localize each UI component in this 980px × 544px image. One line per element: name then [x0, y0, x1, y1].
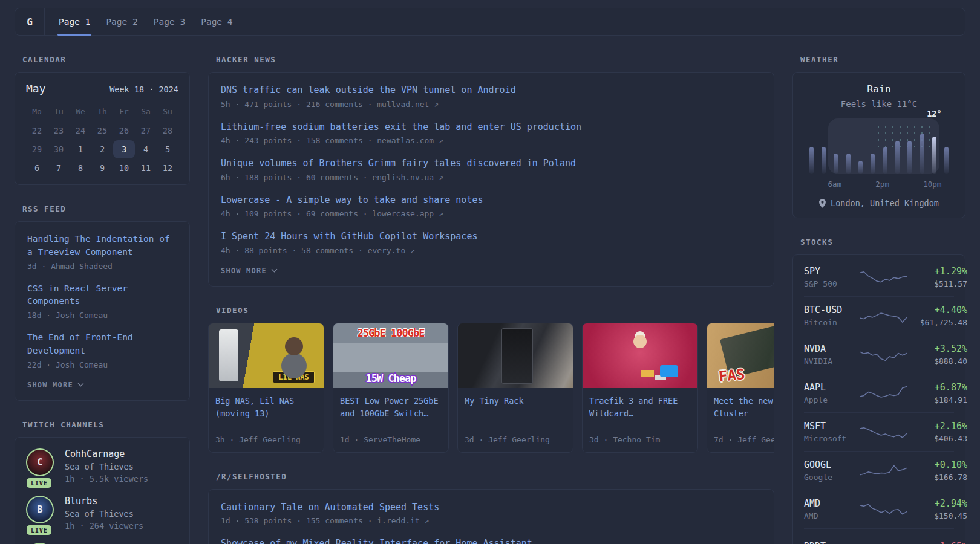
video-title[interactable]: Big NAS, Lil NAS (moving 13) [215, 395, 317, 421]
calendar-section: CALENDAR May Week 18 · 2024 MoTuWeThFrSa… [15, 55, 190, 185]
weather-bar [920, 134, 924, 174]
rss-item-title[interactable]: Handling The Indentation of a Treeview C… [27, 233, 177, 259]
show-more-label: SHOW MORE [27, 381, 73, 389]
thumbnail-label: 15W Cheap [365, 372, 416, 384]
chevron-down-icon [77, 383, 84, 387]
video-thumbnail[interactable]: LIL NAS [209, 323, 324, 388]
twitch-channel-meta: 1h · 5.5k viewers [65, 474, 148, 484]
weather-condition: Rain [805, 83, 953, 95]
calendar-weekday: Sa [135, 102, 157, 121]
weather-hour-label [912, 180, 923, 189]
stocks-section: STOCKS SPY S&P 500 +1.29% $511.57 BTC-US… [792, 238, 965, 544]
video-card: 25GbE 100GbE 15W Cheap BEST Low Power 25… [333, 323, 449, 453]
rss-item-meta: 18d · Josh Comeau [27, 311, 177, 320]
stock-name: Bitcoin [804, 318, 860, 327]
stock-row[interactable]: AMD AMD +2.94% $150.45 [804, 490, 954, 528]
rss-item-title[interactable]: CSS in React Server Components [27, 282, 177, 309]
live-badge: LIVE [27, 478, 51, 488]
stock-change: -1.65% [907, 541, 967, 544]
stock-symbol: AAPL [804, 382, 860, 393]
tab-page-2[interactable]: Page 2 [98, 8, 145, 35]
stock-change: +2.16% [907, 421, 967, 432]
calendar-day: 26 [113, 121, 135, 140]
page-tabs: Page 1 Page 2 Page 3 Page 4 [45, 8, 247, 35]
stock-sparkline [860, 537, 907, 544]
weather-bars: 12° [805, 122, 953, 174]
hn-item-meta[interactable]: 4h · 88 points · 58 comments · every.to … [221, 246, 762, 255]
stock-sparkline [860, 499, 907, 520]
calendar-day: 3 [113, 140, 135, 158]
rss-show-more-button[interactable]: SHOW MORE [27, 381, 177, 389]
weather-bar-slot [879, 122, 891, 174]
tab-page-3[interactable]: Page 3 [146, 8, 193, 35]
rss-widget: Handling The Indentation of a Treeview C… [15, 221, 190, 401]
hn-item-meta[interactable]: 4h · 109 points · 69 comments · lowercas… [221, 209, 762, 218]
stock-row[interactable]: SPY S&P 500 +1.29% $511.57 [804, 258, 954, 296]
tab-page-4[interactable]: Page 4 [193, 8, 240, 35]
stock-row[interactable]: AAPL Apple +6.87% $184.91 [804, 374, 954, 412]
hn-item-title[interactable]: DNS traffic can leak outside the VPN tun… [221, 83, 762, 97]
calendar-weekday: Su [157, 102, 178, 121]
stock-row[interactable]: BTC-USD Bitcoin +4.40% $61,725.48 [804, 296, 954, 335]
video-title[interactable]: My Tiny Rack [465, 395, 566, 408]
weather-widget: Rain Feels like 11°C 12° 6am2pm10pm Lond… [792, 72, 965, 218]
weather-hour-label: 2pm [875, 180, 889, 189]
weather-hour-label [841, 180, 853, 189]
video-thumbnail[interactable] [583, 323, 697, 388]
weather-location: London, United Kingdom [805, 198, 953, 208]
top-navigation-bar: G Page 1 Page 2 Page 3 Page 4 [15, 8, 965, 36]
stock-sparkline [860, 344, 907, 366]
stock-symbol: SPY [804, 266, 860, 277]
weather-bar [907, 141, 912, 174]
rss-item-title[interactable]: The End of Front-End Development [27, 331, 177, 358]
weather-bar-slot [904, 122, 916, 174]
twitch-channel-name[interactable]: Blurbs [65, 496, 143, 507]
stock-change: +0.10% [907, 459, 967, 470]
twitch-avatar-wrap: C LIVE [26, 448, 55, 484]
hn-item-title[interactable]: Lowercase - A simple way to take and sha… [221, 193, 762, 207]
weather-bar-slot [854, 122, 866, 174]
weather-hour-label [864, 180, 876, 189]
twitch-section-title: TWITCH CHANNELS [22, 420, 190, 429]
twitch-channel-name[interactable]: CohhCarnage [65, 448, 148, 459]
video-thumbnail[interactable]: 25GbE 100GbE 15W Cheap [333, 323, 448, 388]
tab-page-1[interactable]: Page 1 [51, 8, 98, 35]
calendar-weekday: Fr [113, 102, 135, 121]
hackernews-section: HACKER NEWS DNS traffic can leak outside… [208, 55, 774, 287]
video-title[interactable]: Traefik 3 and FREE Wildcard… [589, 395, 691, 421]
hn-item-title[interactable]: Lithium-free sodium batteries exit the l… [221, 120, 762, 134]
hn-item-meta[interactable]: 5h · 471 points · 216 comments · mullvad… [221, 100, 762, 109]
video-thumbnail[interactable]: FAS [707, 323, 774, 388]
calendar-day: 29 [26, 140, 48, 158]
stock-sparkline [860, 460, 907, 482]
reddit-item-title[interactable]: Cautionary Tale on Automated Speed Tests [221, 500, 762, 514]
calendar-day: 5 [157, 140, 178, 158]
reddit-item-title[interactable]: Showcase of my Mixed Reality Interface f… [221, 537, 762, 544]
reddit-item: Cautionary Tale on Automated Speed Tests… [221, 500, 762, 526]
hn-item-meta[interactable]: 4h · 243 points · 158 comments · newatla… [221, 136, 762, 145]
hn-item-title[interactable]: Unique volumes of Brothers Grimm fairy t… [221, 157, 762, 170]
hn-item-meta[interactable]: 6h · 188 points · 60 comments · english.… [221, 173, 762, 182]
twitch-channel-game: Sea of Thieves [65, 462, 148, 471]
rss-item: The End of Front-End Development 22d · J… [27, 331, 177, 369]
video-title[interactable]: BEST Low Power 25GbE and 100GbE Switch… [340, 395, 442, 421]
hn-item: Lithium-free sodium batteries exit the l… [221, 120, 762, 146]
video-thumbnail[interactable] [458, 323, 573, 388]
video-meta: 3d · Jeff Geerling [465, 429, 566, 444]
weather-hour-label: 10pm [923, 180, 941, 189]
hn-show-more-button[interactable]: SHOW MORE [221, 267, 762, 275]
weather-hour-label [853, 180, 864, 189]
stock-row[interactable]: RDDT -1.65% [804, 528, 954, 544]
stock-price: $184.91 [907, 395, 967, 404]
weather-bar [944, 147, 949, 174]
stock-change: +4.40% [907, 305, 967, 316]
stock-change: +2.94% [907, 498, 967, 509]
stock-row[interactable]: GOOGL Google +0.10% $166.78 [804, 451, 954, 490]
hn-item-title[interactable]: I Spent 24 Hours with GitHub Copilot Wor… [221, 230, 762, 244]
reddit-item-meta[interactable]: 1d · 538 points · 155 comments · i.redd.… [221, 516, 762, 525]
stock-row[interactable]: NVDA NVIDIA +3.52% $888.40 [804, 335, 954, 374]
video-title[interactable]: Meet the new Linux Cluster [714, 395, 774, 421]
rss-item: CSS in React Server Components 18d · Jos… [27, 282, 177, 320]
stock-name: Apple [804, 395, 860, 404]
stock-row[interactable]: MSFT Microsoft +2.16% $406.43 [804, 412, 954, 451]
